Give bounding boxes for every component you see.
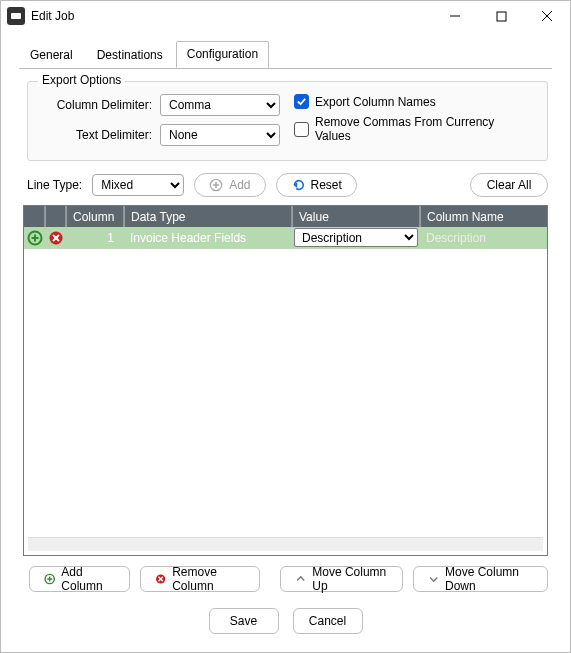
remove-column-button[interactable]: Remove Column: [140, 566, 260, 592]
title-bar: Edit Job: [1, 1, 570, 31]
svg-rect-0: [11, 13, 21, 19]
window-title: Edit Job: [31, 9, 74, 23]
columns-grid: Column Data Type Value Column Name 1 Inv…: [23, 205, 548, 556]
export-column-names-checkbox[interactable]: [294, 94, 309, 109]
header-blank-2: [45, 206, 66, 227]
grid-body: 1 Invoice Header Fields Description Desc…: [24, 227, 547, 537]
clear-all-button[interactable]: Clear All: [470, 173, 548, 197]
remove-commas-checkbox[interactable]: [294, 122, 309, 137]
column-buttons-row: Add Column Remove Column Move Column Up …: [29, 566, 548, 592]
add-button[interactable]: Add: [194, 173, 265, 197]
text-delimiter-label: Text Delimiter:: [42, 128, 152, 142]
header-column-name[interactable]: Column Name: [420, 206, 547, 227]
plus-circle-icon: [209, 178, 223, 192]
maximize-button[interactable]: [478, 1, 524, 31]
column-delimiter-label: Column Delimiter:: [42, 98, 152, 112]
tab-general[interactable]: General: [19, 42, 84, 68]
tab-configuration[interactable]: Configuration: [176, 41, 269, 68]
row-value-select[interactable]: Description: [294, 228, 418, 247]
chevron-down-icon: [428, 572, 439, 586]
x-circle-icon: [155, 572, 166, 586]
row-column-name: Description: [420, 227, 547, 248]
move-column-down-button[interactable]: Move Column Down: [413, 566, 548, 592]
horizontal-scrollbar[interactable]: [28, 537, 543, 551]
row-column-number: 1: [66, 227, 124, 248]
export-options-title: Export Options: [38, 73, 125, 87]
dialog-buttons: Save Cancel: [1, 608, 570, 634]
tab-strip: General Destinations Configuration: [1, 41, 570, 69]
svg-rect-2: [497, 12, 506, 21]
header-column[interactable]: Column: [66, 206, 124, 227]
cancel-button[interactable]: Cancel: [293, 608, 363, 634]
chevron-up-icon: [295, 572, 306, 586]
line-type-select[interactable]: Mixed: [92, 174, 184, 196]
remove-commas-label: Remove Commas From Currency Values: [315, 115, 533, 143]
row-remove-icon[interactable]: [45, 227, 66, 248]
reset-button[interactable]: Reset: [276, 173, 357, 197]
plus-circle-icon: [44, 572, 55, 586]
header-data-type[interactable]: Data Type: [124, 206, 292, 227]
save-button[interactable]: Save: [209, 608, 279, 634]
row-data-type: Invoice Header Fields: [124, 227, 292, 248]
line-type-label: Line Type:: [27, 178, 82, 192]
close-button[interactable]: [524, 1, 570, 31]
grid-header: Column Data Type Value Column Name: [24, 206, 547, 227]
minimize-button[interactable]: [432, 1, 478, 31]
text-delimiter-select[interactable]: None: [160, 124, 280, 146]
column-delimiter-select[interactable]: Comma: [160, 94, 280, 116]
undo-icon: [291, 178, 305, 192]
header-blank-1: [24, 206, 45, 227]
header-value[interactable]: Value: [292, 206, 420, 227]
export-column-names-label: Export Column Names: [315, 95, 436, 109]
app-icon: [7, 7, 25, 25]
add-column-button[interactable]: Add Column: [29, 566, 130, 592]
export-options-group: Export Options Column Delimiter: Comma T…: [27, 81, 548, 161]
move-column-up-button[interactable]: Move Column Up: [280, 566, 403, 592]
row-add-icon[interactable]: [24, 227, 45, 248]
window-controls: [432, 1, 570, 31]
config-toolbar: Line Type: Mixed Add Reset Clear All: [27, 173, 548, 197]
tab-destinations[interactable]: Destinations: [86, 42, 174, 68]
table-row[interactable]: 1 Invoice Header Fields Description Desc…: [24, 227, 547, 249]
